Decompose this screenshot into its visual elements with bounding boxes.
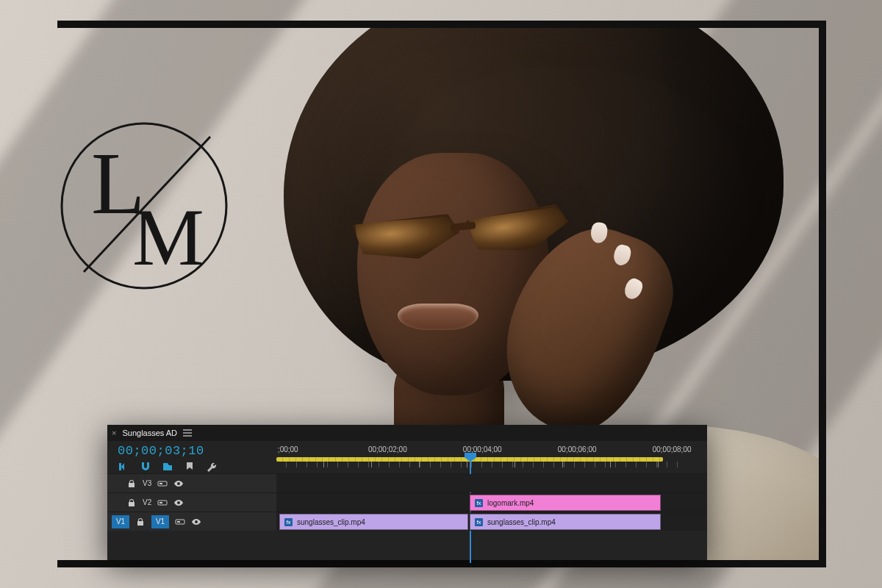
svg-rect-3 [159,483,162,484]
ruler-mark: 00;00;08;00 [653,445,692,453]
track-lane-v3[interactable] [276,474,707,492]
track-label: V2 [143,498,151,506]
sync-lock-icon[interactable] [157,478,168,489]
timeline-panel: × Sunglasses AD 00;00;03;10 [107,425,707,560]
clip-sunglasses-a[interactable]: fx sunglasses_clip.mp4 [279,514,468,530]
ruler-mark: 00;00;06;00 [558,445,597,453]
marker-icon[interactable] [184,461,196,473]
ruler-mark: ;00;00 [278,445,298,453]
clip-sunglasses-b[interactable]: fx sunglasses_clip.mp4 [470,514,661,530]
track-output-eye-icon[interactable] [191,517,201,527]
track-area: V3 V2 fx logomark.mp4 [107,473,707,531]
sequence-tab-title[interactable]: Sunglasses AD [122,429,177,437]
lock-icon[interactable] [126,498,137,508]
sync-lock-icon[interactable] [175,517,185,527]
timeline-header: 00;00;03;10 [107,441,707,473]
source-patch-badge[interactable]: V1 [112,515,129,528]
sunglass-lens-left [352,213,462,263]
panel-menu-icon[interactable] [183,429,192,437]
logo-letter-m: M [132,193,204,282]
track-label: V3 [143,479,151,487]
fingernail [622,276,645,302]
track-lane-v1[interactable]: fx sunglasses_clip.mp4 fx sunglasses_cli… [276,512,707,531]
ruler-mark: 00;00;04;00 [463,445,502,453]
svg-rect-7 [177,521,180,523]
fx-badge-icon: fx [284,518,293,526]
clip-logomark[interactable]: fx logomark.mp4 [470,495,661,511]
tab-close-button[interactable]: × [112,429,116,437]
canvas: L M × Sunglasses AD 00;00;03;10 [0,0,882,588]
track-header-v1[interactable]: V1 V1 [107,512,276,531]
track-target-badge[interactable]: V1 [151,515,169,528]
fingernail [590,222,609,244]
snap-magnet-icon[interactable] [140,461,151,473]
sync-lock-icon[interactable] [157,498,168,508]
lock-icon[interactable] [135,517,146,527]
clip-label: sunglasses_clip.mp4 [297,518,365,526]
settings-wrench-icon[interactable] [206,461,218,473]
brand-logo: L M [56,118,232,294]
lock-icon[interactable] [126,478,137,489]
clip-label: logomark.mp4 [487,499,534,507]
playhead-timecode[interactable]: 00;00;03;10 [118,444,269,458]
track-output-eye-icon[interactable] [173,478,184,489]
frame-border-top [57,21,826,28]
time-ruler[interactable]: ;00;0000;00;02;0000;00;04;0000;00;06;000… [276,441,707,473]
ruler-ticks [276,462,685,467]
track-row-v3: V3 [107,473,707,492]
model-lips [398,304,478,330]
clip-label: sunglasses_clip.mp4 [487,518,556,526]
track-row-v2: V2 fx logomark.mp4 [107,492,707,512]
track-lane-v2[interactable]: fx logomark.mp4 [276,493,707,512]
track-row-v1: V1 V1 fx sunglasses_clip.mp4 fx sunglass… [107,512,707,531]
frame-border-right [819,21,826,567]
track-header-v2[interactable]: V2 [107,493,276,512]
fx-badge-icon: fx [475,499,483,507]
track-header-v3[interactable]: V3 [107,474,276,492]
ruler-mark: 00;00;02;00 [368,445,407,453]
svg-rect-5 [159,502,162,503]
model-sunglasses [354,208,574,267]
fingernail [612,243,633,268]
track-output-eye-icon[interactable] [173,498,184,508]
timeline-tabbar: × Sunglasses AD [107,425,707,441]
frame-border-bottom [57,560,826,567]
linked-selection-icon[interactable] [162,461,173,473]
insert-overwrite-icon[interactable] [118,461,129,473]
fx-badge-icon: fx [475,518,483,526]
